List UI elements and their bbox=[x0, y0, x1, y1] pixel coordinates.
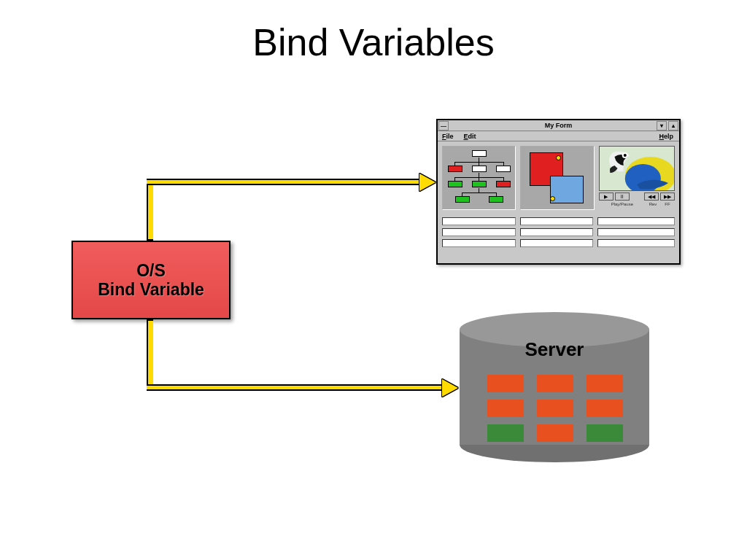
slide-title: Bind Variables bbox=[0, 20, 747, 64]
grid-cell[interactable] bbox=[442, 228, 516, 236]
server-cylinder: Server bbox=[460, 312, 649, 461]
connector-bottom-bar bbox=[147, 384, 444, 391]
connector-stem-lower bbox=[147, 319, 153, 389]
grid-row bbox=[442, 239, 675, 247]
data-block bbox=[537, 400, 573, 417]
system-menu-icon[interactable]: — bbox=[438, 121, 449, 131]
blue-square bbox=[550, 176, 584, 203]
my-form-window: — My Form ▾ ▴ File Edit Help bbox=[436, 119, 681, 265]
form-body: ▶ II ◀◀ ▶▶ Play/Pause Rev FF bbox=[438, 141, 679, 214]
panel-orgchart bbox=[442, 146, 516, 210]
window-title: My Form bbox=[438, 122, 679, 129]
org-node bbox=[455, 196, 470, 203]
pause-button[interactable]: II bbox=[615, 192, 630, 201]
titlebar: — My Form ▾ ▴ bbox=[438, 120, 679, 131]
org-line bbox=[454, 162, 504, 163]
play-button[interactable]: ▶ bbox=[599, 192, 614, 201]
svg-point-4 bbox=[623, 154, 626, 157]
grid-row bbox=[442, 228, 675, 236]
menu-help[interactable]: Help bbox=[659, 133, 673, 140]
arrowhead-to-form bbox=[419, 174, 436, 191]
org-node bbox=[448, 166, 462, 172]
maximize-icon[interactable]: ▴ bbox=[668, 121, 678, 131]
org-line bbox=[462, 192, 497, 193]
org-node bbox=[489, 196, 503, 203]
menubar: File Edit Help bbox=[438, 131, 679, 141]
org-line bbox=[454, 177, 504, 178]
grid-row bbox=[442, 217, 675, 225]
form-grid bbox=[438, 217, 679, 252]
org-node bbox=[472, 181, 487, 187]
connector-stem bbox=[147, 184, 153, 241]
org-node bbox=[472, 150, 487, 157]
os-box-line1: O/S bbox=[136, 261, 166, 280]
grid-cell[interactable] bbox=[520, 217, 594, 225]
rev-label: Rev bbox=[646, 202, 660, 206]
os-box-line2: Bind Variable bbox=[98, 280, 204, 299]
org-node bbox=[448, 181, 462, 187]
menu-edit[interactable]: Edit bbox=[464, 133, 476, 140]
server-blocks bbox=[487, 375, 623, 442]
rewind-button[interactable]: ◀◀ bbox=[644, 192, 659, 201]
os-bind-variable-box: O/S Bind Variable bbox=[71, 241, 231, 319]
grid-cell[interactable] bbox=[442, 239, 516, 247]
org-node bbox=[496, 181, 511, 187]
arrowhead-to-server bbox=[442, 379, 458, 397]
data-block bbox=[487, 375, 524, 392]
org-node bbox=[472, 166, 487, 172]
ff-label: FF bbox=[660, 202, 675, 206]
fastforward-button[interactable]: ▶▶ bbox=[660, 192, 675, 201]
data-block bbox=[537, 424, 573, 442]
menu-file[interactable]: File bbox=[442, 133, 454, 140]
grid-cell[interactable] bbox=[597, 217, 675, 225]
data-block-green bbox=[587, 424, 623, 442]
data-block bbox=[537, 375, 573, 392]
grid-cell[interactable] bbox=[520, 228, 594, 236]
connector-top-bar bbox=[147, 179, 422, 185]
panel-media: ▶ II ◀◀ ▶▶ Play/Pause Rev FF bbox=[599, 146, 675, 210]
grid-cell[interactable] bbox=[597, 239, 675, 247]
data-block bbox=[587, 400, 623, 417]
playpause-label: Play/Pause bbox=[599, 202, 646, 206]
grid-cell[interactable] bbox=[597, 228, 675, 236]
server-label: Server bbox=[460, 338, 649, 361]
media-controls: ▶ II ◀◀ ▶▶ bbox=[599, 192, 675, 201]
grid-cell[interactable] bbox=[442, 217, 516, 225]
data-block bbox=[587, 375, 623, 392]
media-labels: Play/Pause Rev FF bbox=[599, 202, 675, 206]
parrot-image bbox=[599, 146, 675, 191]
grid-cell[interactable] bbox=[520, 239, 594, 247]
data-block-green bbox=[487, 424, 524, 442]
data-block bbox=[487, 400, 524, 417]
minimize-icon[interactable]: ▾ bbox=[657, 121, 667, 131]
panel-shapes bbox=[520, 146, 594, 210]
org-node bbox=[496, 166, 511, 172]
